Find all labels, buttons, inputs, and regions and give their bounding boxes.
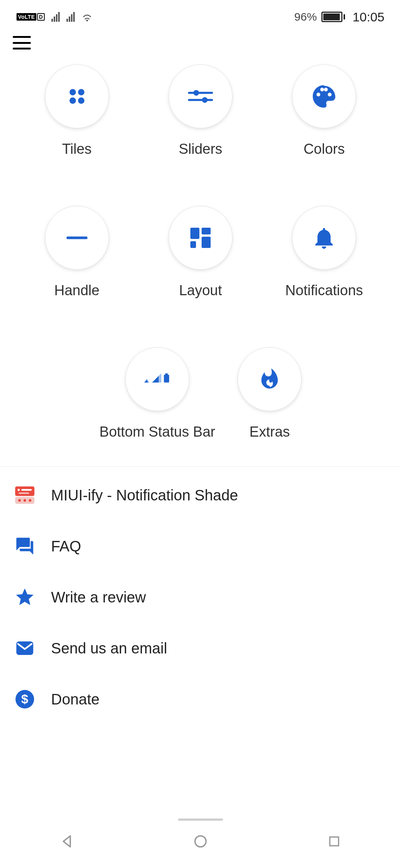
handle-icon xyxy=(45,206,109,270)
svg-text:$: $ xyxy=(21,692,29,706)
chat-icon xyxy=(14,535,36,557)
list-label: Write a review xyxy=(51,589,146,606)
status-bar: VoLTE D 96% 10:05 xyxy=(0,0,401,26)
volte-sub: D xyxy=(37,13,45,21)
grid-item-tiles[interactable]: Tiles xyxy=(21,65,133,157)
nav-home-button[interactable] xyxy=(188,829,213,853)
list-item-donate[interactable]: $ Donate xyxy=(0,674,401,725)
grid-item-colors[interactable]: Colors xyxy=(268,65,380,157)
svg-rect-10 xyxy=(202,228,211,234)
miui-app-icon xyxy=(14,484,36,506)
list-label: FAQ xyxy=(51,538,81,555)
status-bar-icon xyxy=(125,347,189,411)
svg-rect-17 xyxy=(21,489,32,491)
svg-rect-11 xyxy=(190,241,196,248)
volte-icon: VoLTE D xyxy=(17,13,45,21)
svg-point-0 xyxy=(69,89,76,95)
grid-item-bottom-status-bar[interactable]: Bottom Status Bar xyxy=(99,347,215,440)
action-list: MIUI-ify - Notification Shade FAQ Write … xyxy=(0,467,401,728)
grid-label: Notifications xyxy=(285,282,363,299)
grid-item-layout[interactable]: Layout xyxy=(144,206,257,299)
grid-label: Sliders xyxy=(179,141,222,157)
star-icon xyxy=(14,586,36,608)
nav-back-button[interactable] xyxy=(55,829,79,853)
svg-point-26 xyxy=(195,836,206,847)
svg-rect-8 xyxy=(66,237,87,239)
list-item-review[interactable]: Write a review xyxy=(0,572,401,623)
grid-item-extras[interactable]: Extras xyxy=(238,347,302,440)
wifi-icon xyxy=(81,12,93,21)
grid-item-notifications[interactable]: Notifications xyxy=(268,206,380,299)
svg-point-5 xyxy=(193,90,199,96)
status-left: VoLTE D xyxy=(17,12,93,22)
list-item-email[interactable]: Send us an email xyxy=(0,623,401,674)
nav-recents-button[interactable] xyxy=(322,829,346,853)
signal-1-icon xyxy=(51,12,60,22)
status-right: 96% 10:05 xyxy=(294,10,384,24)
mail-icon xyxy=(14,637,36,659)
sliders-icon xyxy=(169,65,232,128)
svg-rect-13 xyxy=(164,375,169,383)
svg-point-1 xyxy=(78,89,84,95)
svg-point-20 xyxy=(18,499,21,502)
list-item-miui[interactable]: MIUI-ify - Notification Shade xyxy=(0,470,401,521)
grid-item-sliders[interactable]: Sliders xyxy=(144,65,257,157)
clock: 10:05 xyxy=(353,10,384,24)
grid-label: Tiles xyxy=(62,141,92,157)
battery-icon xyxy=(321,12,345,22)
list-item-faq[interactable]: FAQ xyxy=(0,521,401,572)
grid-item-handle[interactable]: Handle xyxy=(21,206,133,299)
svg-rect-15 xyxy=(15,487,34,496)
grid-label: Bottom Status Bar xyxy=(99,424,215,440)
bell-icon xyxy=(292,206,356,270)
volte-label: VoLTE xyxy=(17,13,36,21)
tiles-icon xyxy=(45,65,109,128)
palette-icon xyxy=(292,65,356,128)
svg-rect-27 xyxy=(330,837,338,845)
svg-point-2 xyxy=(69,98,76,104)
grid-label: Handle xyxy=(54,282,99,299)
menu-button[interactable] xyxy=(13,36,31,50)
grid-label: Layout xyxy=(179,282,222,299)
svg-point-7 xyxy=(202,97,208,103)
battery-percent: 96% xyxy=(294,11,317,23)
svg-point-21 xyxy=(24,499,26,502)
signal-2-icon xyxy=(66,12,75,22)
list-label: MIUI-ify - Notification Shade xyxy=(51,487,238,504)
svg-rect-9 xyxy=(190,228,199,239)
svg-rect-18 xyxy=(19,493,29,494)
grid-label: Extras xyxy=(249,424,290,440)
svg-rect-12 xyxy=(202,237,211,248)
layout-icon xyxy=(169,206,232,270)
fire-icon xyxy=(238,347,302,411)
svg-rect-14 xyxy=(165,373,168,375)
svg-point-16 xyxy=(18,489,20,491)
svg-point-3 xyxy=(78,98,84,104)
android-navbar xyxy=(0,815,401,868)
settings-grid: Tiles Sliders Colors Handle Layou xyxy=(0,50,401,466)
grid-label: Colors xyxy=(303,141,345,157)
list-label: Donate xyxy=(51,691,99,708)
topbar xyxy=(0,26,401,50)
dollar-icon: $ xyxy=(14,688,36,710)
svg-point-22 xyxy=(29,499,32,502)
list-label: Send us an email xyxy=(51,640,167,657)
